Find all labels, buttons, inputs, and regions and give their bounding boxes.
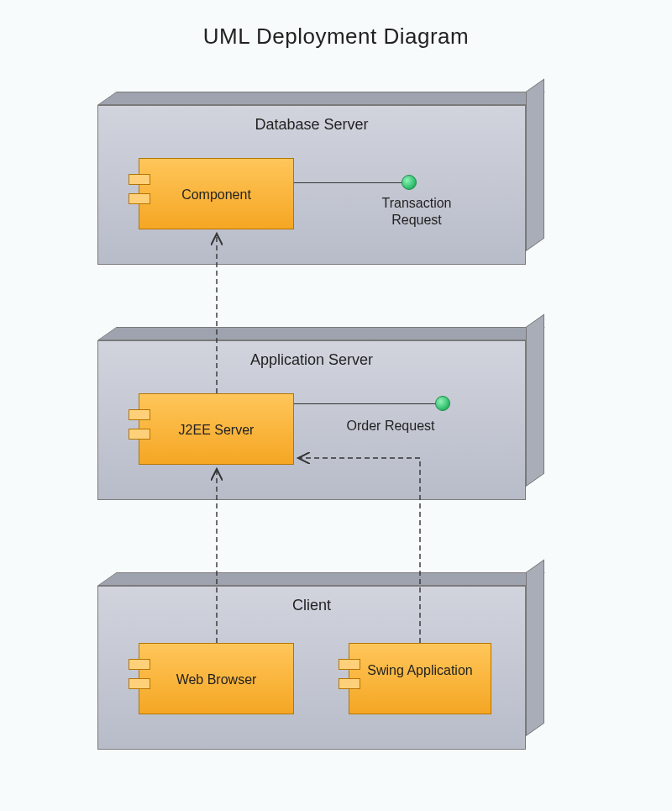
interface-label-transaction: Transaction Request <box>366 195 467 229</box>
node-3d-top-face <box>97 92 545 105</box>
node-label-application: Application Server <box>98 351 525 369</box>
node-label-client: Client <box>98 597 525 614</box>
interface-label-order: Order Request <box>332 418 449 434</box>
interface-port-icon <box>402 175 417 190</box>
component-tab-icon <box>339 678 360 689</box>
node-3d-side-face <box>526 560 544 736</box>
component-label-web-browser: Web Browser <box>139 671 293 688</box>
node-3d-top-face <box>97 327 545 340</box>
node-3d-side-face <box>526 79 544 251</box>
interface-connector <box>294 403 437 404</box>
component-label-database: Component <box>139 187 293 203</box>
interface-port-icon <box>435 396 450 411</box>
component-j2ee-server: J2EE Server <box>139 393 294 465</box>
diagram-title: UML Deployment Diagram <box>0 24 672 50</box>
component-database: Component <box>139 158 294 229</box>
component-tab-icon <box>129 174 150 185</box>
node-3d-top-face <box>97 572 545 586</box>
component-web-browser: Web Browser <box>139 643 294 714</box>
node-3d-side-face <box>526 314 544 487</box>
component-tab-icon <box>129 659 150 670</box>
node-label-database: Database Server <box>98 116 525 134</box>
component-label-j2ee: J2EE Server <box>139 422 293 439</box>
interface-connector <box>294 182 403 183</box>
component-tab-icon <box>129 409 150 420</box>
component-label-swing: Swing Application <box>349 662 491 679</box>
component-swing-app: Swing Application <box>349 643 491 714</box>
